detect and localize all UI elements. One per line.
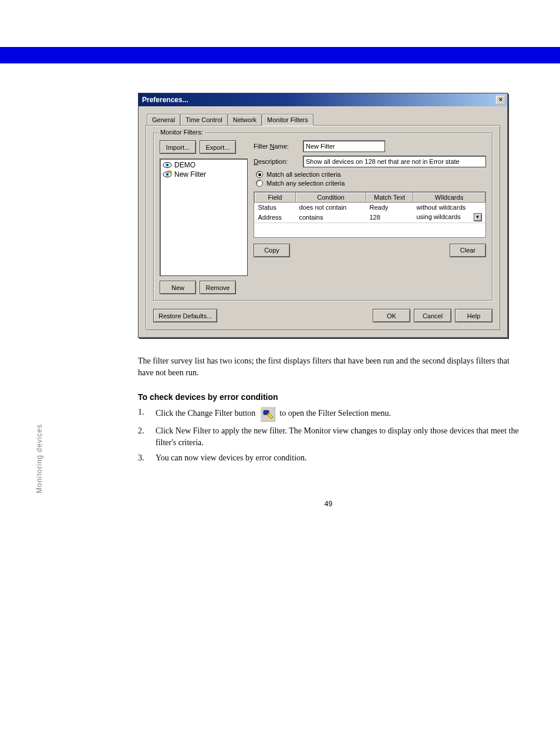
eye-flag-icon — [163, 170, 172, 179]
tab-panel: Monitor Filters: Import... Export... — [146, 125, 500, 330]
clear-button[interactable]: Clear — [450, 244, 486, 257]
section-sidebar-label: Monitoring devices — [35, 424, 43, 493]
description-label: Description: — [254, 158, 299, 165]
list-item[interactable]: New Filter — [161, 170, 246, 179]
match-radio-group: Match all selection criteria Match any s… — [256, 171, 486, 187]
radio-icon — [256, 171, 263, 178]
cell-condition: contains — [296, 212, 366, 223]
cell-match: 128 — [366, 212, 413, 223]
remove-button[interactable]: Remove — [200, 281, 236, 294]
radio-match-all[interactable]: Match all selection criteria — [256, 171, 486, 178]
list-item-label: DEMO — [174, 161, 195, 169]
radio-label: Match all selection criteria — [266, 171, 341, 178]
preferences-dialog: Preferences... × General Time Control Ne… — [138, 93, 508, 338]
col-match-text[interactable]: Match Text — [366, 193, 413, 203]
step-text: You can now view devices by error condit… — [156, 452, 307, 464]
filter-name-label: Filter Name: — [254, 143, 299, 150]
left-column: Import... Export... — [160, 140, 248, 294]
page-number: 49 — [138, 500, 519, 508]
col-field[interactable]: Field — [255, 193, 296, 203]
survey-paragraph: The filter survey list has two icons; th… — [138, 355, 519, 379]
tab-time-control[interactable]: Time Control — [180, 114, 228, 125]
step-1: 1. Click the Change Filter button to ope… — [138, 406, 519, 422]
table-row[interactable]: Status does not contain Ready without wi… — [255, 203, 485, 213]
ok-button[interactable]: OK — [373, 309, 410, 322]
export-button[interactable]: Export... — [200, 140, 236, 154]
col-wildcards[interactable]: Wildcards — [413, 193, 485, 203]
dialog-body: General Time Control Network Monitor Fil… — [139, 106, 507, 337]
table-row[interactable]: Address contains 128 using wildcards▼ — [255, 212, 485, 223]
help-button[interactable]: Help — [455, 309, 492, 322]
import-button[interactable]: Import... — [160, 140, 196, 154]
step-3: 3. You can now view devices by error con… — [138, 452, 519, 464]
tabstrip: General Time Control Network Monitor Fil… — [146, 112, 500, 125]
group-legend: Monitor Filters: — [158, 129, 205, 136]
monitor-filters-group: Monitor Filters: Import... Export... — [153, 133, 492, 301]
step-number: 1. — [138, 406, 150, 418]
cancel-button[interactable]: Cancel — [414, 309, 451, 322]
cell-condition: does not contain — [296, 203, 366, 213]
svg-point-5 — [167, 174, 168, 175]
cell-wild: using wildcards▼ — [413, 212, 485, 223]
svg-rect-6 — [168, 171, 171, 173]
cell-wild: without wildcards — [413, 203, 485, 213]
close-icon[interactable]: × — [496, 96, 505, 105]
chevron-down-icon[interactable]: ▼ — [474, 213, 482, 221]
restore-defaults-button[interactable]: Restore Defaults... — [153, 309, 217, 322]
tab-monitor-filters[interactable]: Monitor Filters — [262, 114, 313, 126]
tab-network[interactable]: Network — [228, 114, 262, 125]
step-2: 2. Click New Filter to apply the new fil… — [138, 425, 519, 449]
tab-general[interactable]: General — [147, 114, 180, 125]
list-item[interactable]: DEMO — [161, 160, 246, 170]
new-button[interactable]: New — [160, 281, 196, 294]
procedure-heading: To check devices by error condition — [138, 391, 519, 403]
body-text: The filter survey list has two icons; th… — [138, 355, 519, 465]
filter-listbox[interactable]: DEMO New — [160, 159, 248, 276]
dialog-title: Preferences... — [142, 96, 188, 104]
criteria-grid[interactable]: Field Condition Match Text Wildcards — [254, 191, 486, 238]
step-number: 3. — [138, 452, 150, 464]
header-bar — [0, 47, 560, 63]
col-condition[interactable]: Condition — [296, 193, 366, 203]
filter-name-input[interactable] — [303, 140, 385, 152]
radio-label: Match any selection criteria — [266, 180, 345, 187]
step-text: Click the Change Filter button to open t… — [156, 406, 391, 422]
cell-field: Status — [255, 203, 296, 213]
copy-button[interactable]: Copy — [254, 244, 290, 257]
grid-header-row: Field Condition Match Text Wildcards — [255, 193, 485, 203]
step-number: 2. — [138, 425, 150, 437]
radio-match-any[interactable]: Match any selection criteria — [256, 180, 486, 187]
right-column: Filter Name: Description: Show all devic… — [254, 140, 486, 294]
eye-icon — [163, 161, 172, 169]
change-filter-icon — [260, 406, 275, 422]
cell-field: Address — [255, 212, 296, 223]
cell-match: Ready — [366, 203, 413, 213]
list-item-label: New Filter — [174, 170, 206, 179]
radio-icon — [256, 180, 263, 187]
dialog-titlebar: Preferences... × — [139, 93, 507, 106]
svg-point-2 — [167, 164, 168, 166]
step-text: Click New Filter to apply the new filter… — [156, 425, 519, 449]
description-value[interactable]: Show all devices on 128 net that are not… — [303, 156, 486, 167]
